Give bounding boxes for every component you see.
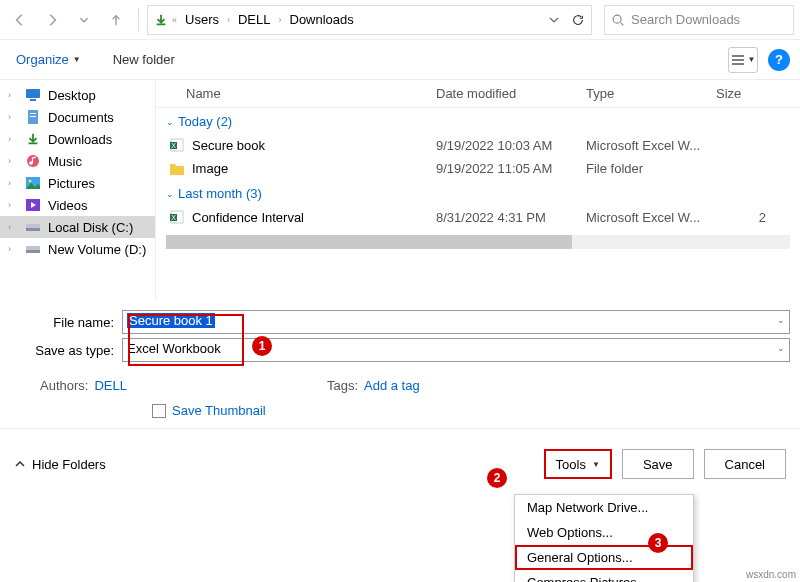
save-form: File name: Secure book 1⌄ Save as type: … <box>0 300 800 370</box>
col-type[interactable]: Type <box>586 86 716 101</box>
horizontal-scrollbar[interactable] <box>166 235 790 249</box>
search-icon <box>611 13 625 27</box>
column-headers: Name Date modified Type Size <box>156 80 800 108</box>
savetype-label: Save as type: <box>22 343 122 358</box>
file-row[interactable]: X Secure book 9/19/2022 10:03 AM Microso… <box>156 133 800 157</box>
tree-documents[interactable]: ›Documents <box>0 106 155 128</box>
callout-1: 1 <box>252 336 272 356</box>
svg-rect-14 <box>26 250 40 253</box>
save-thumbnail-checkbox[interactable] <box>152 404 166 418</box>
col-size[interactable]: Size <box>716 86 756 101</box>
authors-value[interactable]: DELL <box>94 378 127 393</box>
save-button[interactable]: Save <box>622 449 694 479</box>
excel-icon: X <box>168 137 186 153</box>
videos-icon <box>24 197 42 213</box>
address-bar: « Users › DELL › Downloads Search Downlo… <box>0 0 800 40</box>
col-name[interactable]: Name <box>186 86 436 101</box>
file-list: Name Date modified Type Size ⌄Today (2) … <box>156 80 800 300</box>
download-icon <box>24 131 42 147</box>
svg-rect-5 <box>30 116 36 117</box>
svg-rect-4 <box>30 113 36 114</box>
file-row[interactable]: X Confidence Interval 8/31/2022 4:31 PM … <box>156 205 800 229</box>
folder-icon <box>168 162 186 176</box>
tags-value[interactable]: Add a tag <box>364 378 420 393</box>
svg-point-0 <box>613 15 621 23</box>
cancel-button[interactable]: Cancel <box>704 449 786 479</box>
watermark: wsxdn.com <box>746 569 796 580</box>
download-icon <box>154 13 168 27</box>
menu-general-options[interactable]: General Options... <box>515 545 693 570</box>
chevron-left-icon: « <box>172 15 177 25</box>
tags-label: Tags: <box>327 378 358 393</box>
tree-downloads[interactable]: ›Downloads <box>0 128 155 150</box>
file-row[interactable]: Image 9/19/2022 11:05 AM File folder <box>156 157 800 180</box>
callout-2: 2 <box>487 468 507 488</box>
tree-pictures[interactable]: ›Pictures <box>0 172 155 194</box>
svg-rect-1 <box>26 89 40 98</box>
drive-icon <box>24 241 42 257</box>
menu-map-drive[interactable]: Map Network Drive... <box>515 495 693 520</box>
svg-text:X: X <box>171 142 176 149</box>
group-lastmonth[interactable]: ⌄Last month (3) <box>156 180 800 205</box>
tree-music[interactable]: ›Music <box>0 150 155 172</box>
up-button[interactable] <box>102 6 130 34</box>
group-today[interactable]: ⌄Today (2) <box>156 108 800 133</box>
search-input[interactable]: Search Downloads <box>604 5 794 35</box>
folder-tree: ›Desktop ›Documents ›Downloads ›Music ›P… <box>0 80 156 300</box>
savetype-select[interactable]: Excel Workbook⌄ <box>122 338 790 362</box>
back-button[interactable] <box>6 6 34 34</box>
pictures-icon <box>24 175 42 191</box>
svg-rect-12 <box>26 228 40 231</box>
address-dropdown-icon[interactable] <box>549 15 559 25</box>
col-date[interactable]: Date modified <box>436 86 586 101</box>
tree-desktop[interactable]: ›Desktop <box>0 84 155 106</box>
desktop-icon <box>24 87 42 103</box>
tools-button[interactable]: Tools▼ <box>544 449 612 479</box>
hide-folders-button[interactable]: Hide Folders <box>14 457 106 472</box>
breadcrumb-users[interactable]: Users <box>181 10 223 29</box>
svg-rect-2 <box>30 99 36 101</box>
recent-dropdown[interactable] <box>70 6 98 34</box>
search-placeholder: Search Downloads <box>631 12 740 27</box>
save-thumbnail-label: Save Thumbnail <box>172 403 266 418</box>
breadcrumb[interactable]: « Users › DELL › Downloads <box>147 5 592 35</box>
chevron-up-icon <box>14 458 26 470</box>
refresh-button[interactable] <box>571 13 585 27</box>
toolbar: Organize▼ New folder ▼ ? <box>0 40 800 80</box>
callout-3: 3 <box>648 533 668 553</box>
metadata-row: Authors:DELL Tags:Add a tag <box>0 370 800 397</box>
breadcrumb-downloads[interactable]: Downloads <box>286 10 358 29</box>
tree-local-disk-c[interactable]: ›Local Disk (C:) <box>0 216 155 238</box>
tree-videos[interactable]: ›Videos <box>0 194 155 216</box>
authors-label: Authors: <box>40 378 88 393</box>
chevron-right-icon: › <box>279 15 282 25</box>
filename-label: File name: <box>22 315 122 330</box>
tree-new-volume-d[interactable]: ›New Volume (D:) <box>0 238 155 260</box>
forward-button[interactable] <box>38 6 66 34</box>
chevron-right-icon: › <box>227 15 230 25</box>
view-options-button[interactable]: ▼ <box>728 47 758 73</box>
filename-input[interactable]: Secure book 1⌄ <box>122 310 790 334</box>
organize-button[interactable]: Organize▼ <box>10 48 87 71</box>
music-icon <box>24 153 42 169</box>
help-button[interactable]: ? <box>768 49 790 71</box>
svg-text:X: X <box>171 214 176 221</box>
svg-point-9 <box>29 180 32 183</box>
drive-icon <box>24 219 42 235</box>
new-folder-button[interactable]: New folder <box>107 48 181 71</box>
menu-compress-pictures[interactable]: Compress Pictures... <box>515 570 693 582</box>
excel-icon: X <box>168 209 186 225</box>
document-icon <box>24 109 42 125</box>
dialog-buttons: Hide Folders Tools▼ Save Cancel <box>0 428 800 487</box>
breadcrumb-dell[interactable]: DELL <box>234 10 275 29</box>
